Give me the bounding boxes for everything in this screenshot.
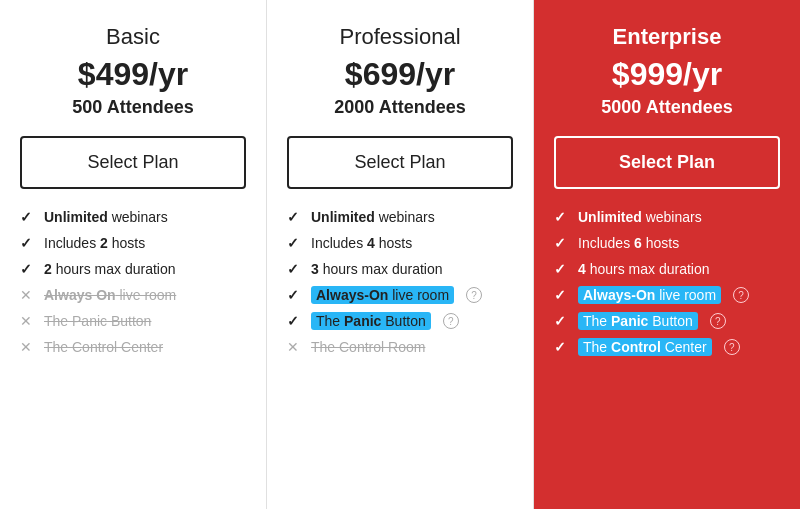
feature-text: Includes 4 hosts bbox=[311, 235, 412, 251]
feature-text: The Control Center bbox=[578, 339, 712, 355]
feature-text: The Control Center bbox=[44, 339, 163, 355]
plan-attendees-professional: 2000 Attendees bbox=[287, 97, 513, 118]
check-icon: ✓ bbox=[554, 287, 570, 303]
feature-text: Includes 6 hosts bbox=[578, 235, 679, 251]
feature-text: Unlimited webinars bbox=[311, 209, 435, 225]
plans-container: Basic$499/yr500 AttendeesSelect Plan✓Unl… bbox=[0, 0, 800, 509]
feature-text: The Panic Button bbox=[578, 313, 698, 329]
select-plan-button-enterprise[interactable]: Select Plan bbox=[554, 136, 780, 189]
feature-item: ✓Includes 2 hosts bbox=[20, 235, 246, 251]
plan-name-basic: Basic bbox=[20, 24, 246, 50]
feature-text: Unlimited webinars bbox=[44, 209, 168, 225]
info-icon[interactable]: ? bbox=[443, 313, 459, 329]
feature-item: ✓2 hours max duration bbox=[20, 261, 246, 277]
check-icon: ✓ bbox=[287, 209, 303, 225]
plan-name-enterprise: Enterprise bbox=[554, 24, 780, 50]
feature-text: 3 hours max duration bbox=[311, 261, 443, 277]
check-icon: ✓ bbox=[20, 235, 36, 251]
info-icon[interactable]: ? bbox=[724, 339, 740, 355]
feature-item: ✓Always-On live room? bbox=[554, 287, 780, 303]
feature-item: ✓Unlimited webinars bbox=[20, 209, 246, 225]
check-icon: ✓ bbox=[20, 261, 36, 277]
cross-icon: ✕ bbox=[20, 313, 36, 329]
feature-text: 4 hours max duration bbox=[578, 261, 710, 277]
features-list-basic: ✓Unlimited webinars✓Includes 2 hosts✓2 h… bbox=[20, 209, 246, 355]
check-icon: ✓ bbox=[287, 287, 303, 303]
feature-text: Always On live room bbox=[44, 287, 176, 303]
feature-text: Always-On live room bbox=[578, 287, 721, 303]
feature-item: ✓Includes 6 hosts bbox=[554, 235, 780, 251]
feature-item: ✓Unlimited webinars bbox=[554, 209, 780, 225]
feature-item: ✓Always-On live room? bbox=[287, 287, 513, 303]
check-icon: ✓ bbox=[287, 235, 303, 251]
check-icon: ✓ bbox=[287, 313, 303, 329]
feature-text: The Panic Button bbox=[44, 313, 151, 329]
feature-item: ✕The Control Center bbox=[20, 339, 246, 355]
feature-text: Unlimited webinars bbox=[578, 209, 702, 225]
info-icon[interactable]: ? bbox=[466, 287, 482, 303]
check-icon: ✓ bbox=[554, 235, 570, 251]
feature-item: ✕Always On live room bbox=[20, 287, 246, 303]
feature-text: Always-On live room bbox=[311, 287, 454, 303]
info-icon[interactable]: ? bbox=[733, 287, 749, 303]
feature-item: ✕The Panic Button bbox=[20, 313, 246, 329]
feature-text: Includes 2 hosts bbox=[44, 235, 145, 251]
check-icon: ✓ bbox=[287, 261, 303, 277]
feature-item: ✓3 hours max duration bbox=[287, 261, 513, 277]
plan-attendees-enterprise: 5000 Attendees bbox=[554, 97, 780, 118]
feature-item: ✕The Control Room bbox=[287, 339, 513, 355]
info-icon[interactable]: ? bbox=[710, 313, 726, 329]
feature-text: 2 hours max duration bbox=[44, 261, 176, 277]
plan-enterprise: Enterprise$999/yr5000 AttendeesSelect Pl… bbox=[534, 0, 800, 509]
feature-item: ✓The Panic Button? bbox=[287, 313, 513, 329]
cross-icon: ✕ bbox=[20, 339, 36, 355]
features-list-enterprise: ✓Unlimited webinars✓Includes 6 hosts✓4 h… bbox=[554, 209, 780, 355]
check-icon: ✓ bbox=[554, 313, 570, 329]
plan-attendees-basic: 500 Attendees bbox=[20, 97, 246, 118]
plan-professional: Professional$699/yr2000 AttendeesSelect … bbox=[267, 0, 534, 509]
plan-price-enterprise: $999/yr bbox=[554, 56, 780, 93]
cross-icon: ✕ bbox=[20, 287, 36, 303]
feature-text: The Panic Button bbox=[311, 313, 431, 329]
plan-price-basic: $499/yr bbox=[20, 56, 246, 93]
check-icon: ✓ bbox=[20, 209, 36, 225]
features-list-professional: ✓Unlimited webinars✓Includes 4 hosts✓3 h… bbox=[287, 209, 513, 355]
select-plan-button-professional[interactable]: Select Plan bbox=[287, 136, 513, 189]
check-icon: ✓ bbox=[554, 339, 570, 355]
feature-item: ✓Unlimited webinars bbox=[287, 209, 513, 225]
feature-text: The Control Room bbox=[311, 339, 425, 355]
plan-name-professional: Professional bbox=[287, 24, 513, 50]
plan-basic: Basic$499/yr500 AttendeesSelect Plan✓Unl… bbox=[0, 0, 267, 509]
check-icon: ✓ bbox=[554, 209, 570, 225]
check-icon: ✓ bbox=[554, 261, 570, 277]
feature-item: ✓Includes 4 hosts bbox=[287, 235, 513, 251]
feature-item: ✓The Panic Button? bbox=[554, 313, 780, 329]
feature-item: ✓4 hours max duration bbox=[554, 261, 780, 277]
feature-item: ✓The Control Center? bbox=[554, 339, 780, 355]
cross-icon: ✕ bbox=[287, 339, 303, 355]
plan-price-professional: $699/yr bbox=[287, 56, 513, 93]
select-plan-button-basic[interactable]: Select Plan bbox=[20, 136, 246, 189]
